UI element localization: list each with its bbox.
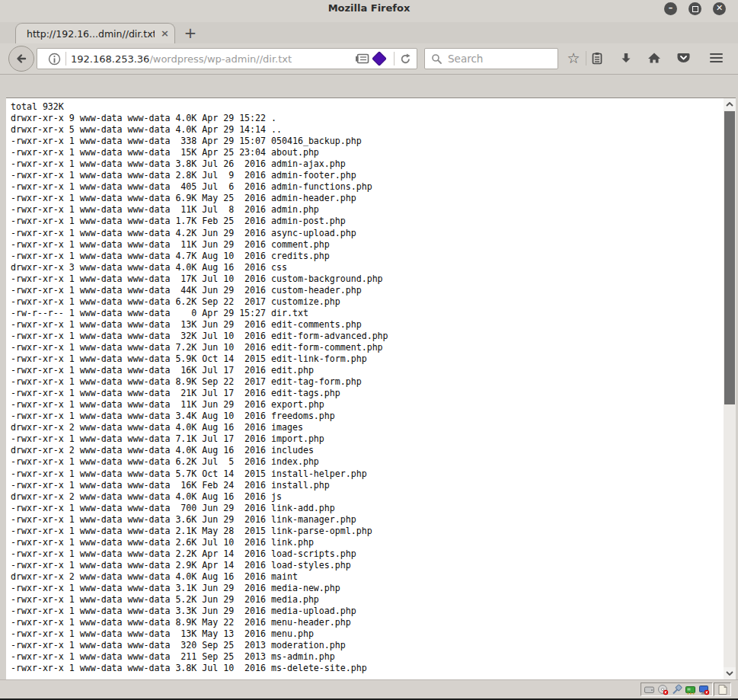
back-icon [15,53,27,65]
file-row: -rwxr-xr-x 1 www-data www-data 4.2K Jun … [11,228,724,239]
file-row: -rwxr-xr-x 1 www-data www-data 21K Jul 1… [11,388,724,399]
urlbar-separator [65,52,66,66]
menu-icon [710,53,723,63]
close-button[interactable]: ✕ [713,2,726,15]
file-row: -rwxr-xr-x 1 www-data www-data 5.7K Oct … [11,468,724,480]
home-button[interactable] [646,50,663,66]
download-icon [620,52,632,64]
navigation-toolbar: 192.168.253.36/wordpress/wp-admin//dir.t… [0,43,738,75]
home-icon [647,52,661,64]
file-row: -rwxr-xr-x 1 www-data www-data 2.8K Jul … [11,170,724,181]
bookmarks-menu-icon [591,52,603,65]
vertical-scrollbar[interactable] [724,97,736,679]
file-row: drwxr-xr-x 2 www-data www-data 4.0K Aug … [11,491,724,503]
file-row: -rwxr-xr-x 1 www-data www-data 338 Apr 2… [11,136,724,147]
minimize-button[interactable]: – [664,2,677,15]
file-row: -rwxr-xr-x 1 www-data www-data 32K Jul 1… [11,331,724,342]
file-row: -rwxr-xr-x 1 www-data www-data 1.7K Feb … [11,216,724,227]
reader-mode-icon[interactable] [355,53,369,65]
file-row: -rwxr-xr-x 1 www-data www-data 5.9K Oct … [11,353,724,365]
file-row: -rwxr-xr-x 1 www-data www-data 4.7K Aug … [11,251,724,262]
url-text: 192.168.253.36/wordpress/wp-admin//dir.t… [71,53,355,65]
file-row: -rwxr-xr-x 1 www-data www-data 700 Jun 2… [11,503,724,514]
hdd-icon[interactable] [644,684,655,695]
file-row: drwxr-xr-x 2 www-data www-data 4.0K Aug … [11,571,724,583]
bookmark-star-button[interactable]: ☆ [565,50,582,66]
scroll-up-button[interactable] [724,98,736,110]
file-row: -rwxr-xr-x 1 www-data www-data 3.6K Jun … [11,514,724,526]
file-row: -rwxr-xr-x 1 www-data www-data 7.1K Jul … [11,433,724,445]
network-icon[interactable] [685,684,696,695]
addon-icon[interactable] [372,51,387,66]
search-icon [431,53,442,65]
reload-icon[interactable] [399,53,412,66]
file-row: total 932K [11,101,724,113]
tab-dir-txt[interactable]: http://192.16...dmin//dir.txt × [15,23,175,44]
back-button[interactable] [8,46,34,72]
file-row: -rwxr-xr-x 1 www-data www-data 13K Jun 2… [11,319,724,331]
maximize-button[interactable] [688,2,701,15]
page-content: total 932Kdrwxr-xr-x 9 www-data www-data… [6,97,724,679]
search-box[interactable] [424,48,558,69]
url-bar[interactable]: 192.168.253.36/wordpress/wp-admin//dir.t… [37,48,417,69]
tab-title: http://192.16...dmin//dir.txt [27,24,155,44]
file-row: drwxr-xr-x 3 www-data www-data 4.0K Aug … [11,262,724,273]
close-icon: ✕ [713,2,726,14]
file-row: -rwxr-xr-x 1 www-data www-data 3.1K Jun … [11,583,724,594]
toolbar-separator [586,51,586,66]
scrollbar-thumb[interactable] [724,111,735,404]
file-row: -rwxr-xr-x 1 www-data www-data 8.9K Sep … [11,376,724,388]
file-row: -rwxr-xr-x 1 www-data www-data 6.2K Jul … [11,456,724,468]
file-row: -rwxr-xr-x 1 www-data www-data 2.9K Apr … [11,560,724,571]
maximize-icon [692,6,698,12]
url-host: 192.168.253.36 [71,53,149,65]
menu-button[interactable] [708,50,724,66]
window-title: Mozilla Firefox [0,2,738,14]
directory-listing: total 932Kdrwxr-xr-x 9 www-data www-data… [6,98,724,674]
pocket-button[interactable] [675,50,692,66]
urlbar-separator-2 [394,52,395,66]
new-tab-button[interactable]: + [181,24,200,43]
file-row: -rwxr-xr-x 1 www-data www-data 2.6K Jul … [11,537,724,548]
bookmarks-menu-button[interactable] [589,50,605,66]
mouse-integration-icon[interactable] [717,684,728,695]
file-row: -rwxr-xr-x 1 www-data www-data 3.8K Jul … [11,158,724,170]
file-row: drwxr-xr-x 5 www-data www-data 4.0K Apr … [11,124,724,136]
file-row: -rwxr-xr-x 1 www-data www-data 16K Jul 1… [11,365,724,376]
usb-icon[interactable] [671,684,682,695]
file-row: -rwxr-xr-x 1 www-data www-data 2.2K Apr … [11,548,724,560]
file-row: -rwxr-xr-x 1 www-data www-data 11K Jul 8… [11,204,724,216]
scroll-down-button[interactable] [724,667,736,679]
display-icon[interactable] [698,684,710,695]
file-row: -rwxr-xr-x 1 www-data www-data 3.4K Aug … [11,411,724,422]
file-row: -rwxr-xr-x 1 www-data www-data 5.2K Jun … [11,594,724,606]
tab-close-icon[interactable]: × [161,24,169,44]
file-row: drwxr-xr-x 2 www-data www-data 4.0K Aug … [11,422,724,433]
tab-bar: http://192.16...dmin//dir.txt × + [0,22,738,43]
window-titlebar: Mozilla Firefox – ✕ [0,0,738,22]
downloads-button[interactable] [618,50,634,66]
search-input[interactable] [446,52,557,66]
file-row: -rwxr-xr-x 1 www-data www-data 3.8K Jul … [11,663,724,674]
file-row: -rwxr-xr-x 1 www-data www-data 2.1K May … [11,526,724,537]
minimize-icon: – [664,2,677,14]
file-row: -rwxr-xr-x 1 www-data www-data 211 Sep 2… [11,651,724,663]
cdrom-icon[interactable] [657,684,669,695]
file-row: -rwxr-xr-x 1 www-data www-data 3.3K Jun … [11,606,724,617]
scroll-up-icon [726,102,733,107]
vm-device-panel [641,682,713,696]
file-row: -rwxr-xr-x 1 www-data www-data 8.9K May … [11,617,724,628]
scroll-down-icon [726,671,733,676]
file-row: -rwxr-xr-x 1 www-data www-data 16K Feb 2… [11,480,724,491]
vm-mouse-panel [714,682,731,696]
url-path: /wordpress/wp-admin//dir.txt [149,53,292,65]
file-row: drwxr-xr-x 9 www-data www-data 4.0K Apr … [11,113,724,124]
virtualbox-vm-window: Mozilla Firefox – ✕ http://192.16...dmin… [0,0,738,700]
file-row: drwxr-xr-x 2 www-data www-data 4.0K Aug … [11,445,724,456]
site-info-icon[interactable] [48,53,61,66]
file-row: -rwxr-xr-x 1 www-data www-data 6.2K Sep … [11,296,724,308]
file-row: -rwxr-xr-x 1 www-data www-data 11K Jun 2… [11,239,724,251]
file-row: -rwxr-xr-x 1 www-data www-data 6.9K May … [11,193,724,204]
pocket-icon [677,52,690,64]
vm-status-bar [0,679,738,698]
